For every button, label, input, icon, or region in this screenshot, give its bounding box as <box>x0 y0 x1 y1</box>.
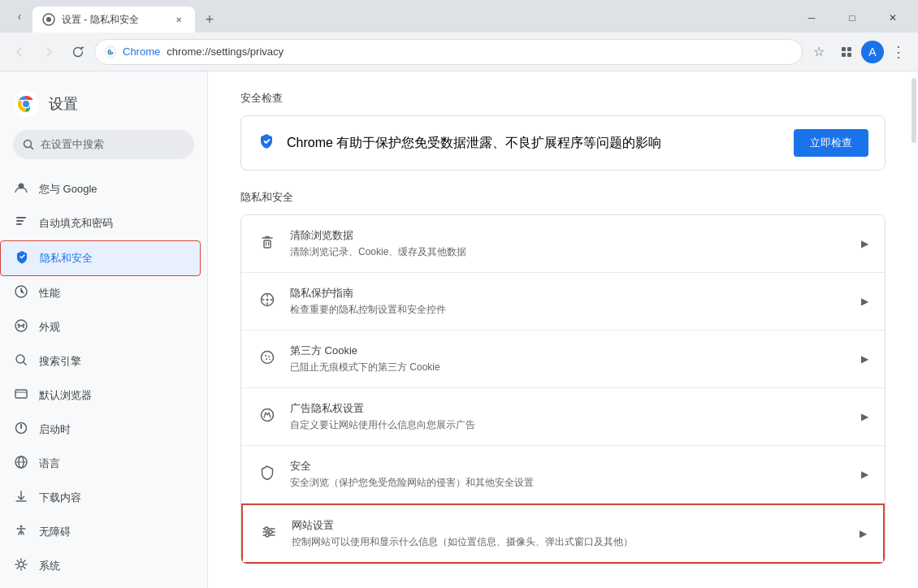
sidebar-label-search: 搜索引擎 <box>39 354 81 369</box>
svg-line-24 <box>24 362 26 365</box>
address-url: chrome://settings/privacy <box>167 45 284 58</box>
arrow-icon-0: ▶ <box>861 238 868 249</box>
security-title: 安全 <box>290 459 848 473</box>
sidebar-label-privacy: 隐私和安全 <box>40 251 93 266</box>
sidebar-logo: 设置 <box>0 84 207 130</box>
search-placeholder: 在设置中搜索 <box>41 137 104 152</box>
arrow-icon-3: ▶ <box>861 411 868 422</box>
sidebar-item-startup[interactable]: 启动时 <box>0 413 201 447</box>
sidebar-item-accessibility[interactable]: 无障碍 <box>0 515 201 549</box>
settings-item-privacy-guide[interactable]: 隐私保护指南 检查重要的隐私控制设置和安全控件 ▶ <box>241 273 885 331</box>
toolbar-right: ☆ A ⋮ <box>806 39 912 65</box>
cookies-desc: 已阻止无痕模式下的第三方 Cookie <box>290 361 848 374</box>
svg-point-41 <box>265 355 266 357</box>
address-bar[interactable]: Chrome chrome://settings/privacy <box>94 39 803 65</box>
address-chrome-label: Chrome <box>123 45 160 58</box>
site-settings-title: 网站设置 <box>292 518 847 533</box>
svg-point-33 <box>19 562 24 567</box>
arrow-icon-5: ▶ <box>860 528 867 539</box>
tab-close-button[interactable]: ✕ <box>172 13 185 26</box>
sidebar-label-language: 语言 <box>39 456 60 471</box>
bookmark-button[interactable]: ☆ <box>806 39 832 65</box>
window-controls: ─ □ ✕ <box>793 6 912 29</box>
language-icon <box>13 455 29 473</box>
menu-button[interactable]: ⋮ <box>886 39 912 65</box>
extensions-button[interactable] <box>834 39 860 65</box>
sidebar-item-search[interactable]: 搜索引擎 <box>0 344 201 378</box>
chrome-logo-icon <box>13 91 39 117</box>
clear-browsing-desc: 清除浏览记录、Cookie、缓存及其他数据 <box>290 245 848 259</box>
sidebar-label-downloads: 下载内容 <box>39 491 81 505</box>
sidebar-label-autofill: 自动填充和密码 <box>39 216 113 231</box>
privacy-guide-title: 隐私保护指南 <box>290 286 848 300</box>
safety-card-text: Chrome 有助于保护您免受数据泄露、不良扩展程序等问题的影响 <box>287 135 661 152</box>
startup-icon <box>13 421 29 439</box>
ad-icon <box>258 407 277 427</box>
arrow-icon-2: ▶ <box>861 353 868 365</box>
sidebar-item-google[interactable]: 您与 Google <box>0 172 201 206</box>
svg-point-43 <box>266 358 267 360</box>
safety-check-button[interactable]: 立即检查 <box>794 129 868 157</box>
forward-button[interactable] <box>36 39 62 65</box>
sidebar-item-downloads[interactable]: 下载内容 <box>0 481 201 515</box>
settings-item-cookies[interactable]: 第三方 Cookie 已阻止无痕模式下的第三方 Cookie ▶ <box>241 331 885 388</box>
search-icon <box>23 139 34 150</box>
chrome-icon <box>105 46 116 58</box>
restore-button[interactable]: □ <box>834 6 871 29</box>
settings-list: 清除浏览数据 清除浏览记录、Cookie、缓存及其他数据 ▶ 隐私保护指南 检查… <box>240 214 886 564</box>
svg-point-1 <box>46 17 51 22</box>
svg-point-42 <box>268 356 270 357</box>
close-button[interactable]: ✕ <box>874 6 912 29</box>
sidebar-item-performance[interactable]: 性能 <box>0 276 201 310</box>
sidebar-title: 设置 <box>49 94 78 114</box>
sidebar: 设置 在设置中搜索 您与 Google 自动填充和密 <box>0 71 208 588</box>
bookmark-star-icon: ☆ <box>813 44 825 59</box>
sidebar-item-language[interactable]: 语言 <box>0 447 201 481</box>
settings-item-ad-privacy[interactable]: 广告隐私权设置 自定义要让网站使用什么信息向您展示广告 ▶ <box>241 388 885 446</box>
scrollbar-thumb[interactable] <box>912 78 916 143</box>
clear-browsing-title: 清除浏览数据 <box>290 228 848 243</box>
clear-browsing-text: 清除浏览数据 清除浏览记录、Cookie、缓存及其他数据 <box>290 228 848 259</box>
minimize-button[interactable]: ─ <box>793 6 830 29</box>
new-tab-button[interactable]: + <box>198 8 221 31</box>
reload-button[interactable] <box>65 39 91 65</box>
settings-item-site-settings[interactable]: 网站设置 控制网站可以使用和显示什么信息（如位置信息、摄像头、弹出式窗口及其他）… <box>241 504 885 564</box>
security-text: 安全 安全浏览（保护您免受危险网站的侵害）和其他安全设置 <box>290 459 848 490</box>
privacy-section-title: 隐私和安全 <box>240 190 886 205</box>
svg-point-49 <box>265 527 268 530</box>
settings-item-security[interactable]: 安全 安全浏览（保护您免受危险网站的侵害）和其他安全设置 ▶ <box>241 446 885 504</box>
svg-point-44 <box>269 358 271 360</box>
sidebar-item-reset[interactable]: 重置设置 <box>0 583 201 588</box>
sidebar-item-privacy[interactable]: 隐私和安全 <box>0 240 201 276</box>
cookies-text: 第三方 Cookie 已阻止无痕模式下的第三方 Cookie <box>290 344 848 374</box>
arrow-icon-4: ▶ <box>861 469 868 480</box>
svg-point-4 <box>110 50 112 53</box>
tab-scroll-left[interactable]: ‹ <box>6 3 32 29</box>
shield-icon <box>14 249 30 267</box>
tab-strip: ‹ 设置 - 隐私和安全 ✕ + <box>6 3 793 32</box>
safety-card-left: Chrome 有助于保护您免受数据泄露、不良扩展程序等问题的影响 <box>258 132 661 154</box>
settings-item-clear-browsing[interactable]: 清除浏览数据 清除浏览记录、Cookie、缓存及其他数据 ▶ <box>241 215 885 273</box>
performance-icon <box>13 284 29 302</box>
profile-button[interactable]: A <box>861 41 884 63</box>
svg-line-14 <box>31 147 33 149</box>
sidebar-item-default-browser[interactable]: 默认浏览器 <box>0 378 201 413</box>
svg-point-51 <box>266 534 269 537</box>
sidebar-item-appearance[interactable]: 外观 <box>0 310 201 344</box>
svg-rect-34 <box>264 240 271 248</box>
svg-rect-18 <box>16 223 22 225</box>
download-icon <box>13 489 29 507</box>
browser-tab-active[interactable]: 设置 - 隐私和安全 ✕ <box>32 6 195 32</box>
svg-rect-25 <box>15 390 27 398</box>
sidebar-search[interactable]: 在设置中搜索 <box>13 130 194 159</box>
svg-point-40 <box>262 351 274 363</box>
sidebar-item-autofill[interactable]: 自动填充和密码 <box>0 206 201 240</box>
system-icon <box>13 557 29 575</box>
search-engine-icon <box>13 352 29 370</box>
security-desc: 安全浏览（保护您免受危险网站的侵害）和其他安全设置 <box>290 476 848 490</box>
sidebar-label-appearance: 外观 <box>39 320 60 335</box>
cookies-title: 第三方 Cookie <box>290 344 848 358</box>
sidebar-item-system[interactable]: 系统 <box>0 549 201 583</box>
svg-rect-6 <box>847 47 851 51</box>
back-button[interactable] <box>6 39 32 65</box>
